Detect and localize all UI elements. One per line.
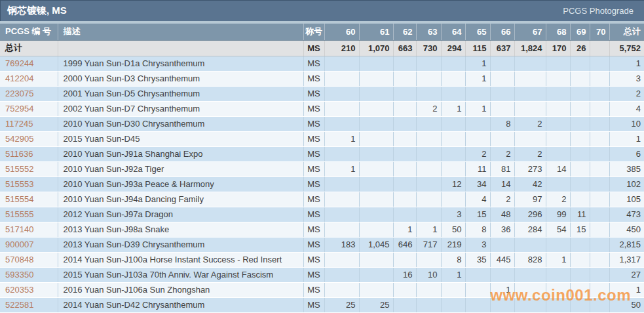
grade-64-count	[441, 131, 465, 146]
grade-66-count	[490, 237, 514, 252]
photograde-link[interactable]: PCGS Photograde	[563, 6, 634, 16]
grade-64-count	[441, 161, 465, 177]
pcgs-number-link[interactable]: 117245	[5, 119, 33, 129]
grade-67-count: 296	[514, 207, 546, 222]
pcgs-number-link[interactable]: 769244	[5, 58, 33, 68]
coin-description: 2015 Yuan Sun-J103a 70th Anniv. War Agai…	[58, 267, 303, 282]
grade-60-count	[324, 282, 359, 297]
pcgs-number-cell: 620353	[0, 282, 58, 297]
grade-61-count	[359, 267, 393, 282]
designation-cell: MS	[303, 222, 324, 237]
grade-68-count	[546, 177, 570, 192]
grade-70-count	[590, 282, 609, 297]
pcgs-number-cell: 900007	[0, 237, 58, 252]
designation-cell: MS	[303, 297, 324, 312]
row-total: 450	[609, 222, 644, 237]
coin-description: 2014 Yuan Sun-J100a Horse Instant Succes…	[58, 252, 303, 267]
col-header-grade-67: 67	[514, 24, 546, 40]
grade-62-count	[393, 131, 416, 146]
grade-67-count	[514, 71, 546, 86]
pcgs-number-link[interactable]: 412204	[5, 73, 33, 83]
grade-68-count	[546, 297, 570, 312]
grade-67-count: 828	[514, 252, 546, 267]
grade-61-count	[359, 192, 393, 207]
pcgs-number-link[interactable]: 593350	[5, 270, 33, 280]
pcgs-number-link[interactable]: 517140	[5, 224, 33, 234]
pcgs-number-cell: 223075	[0, 86, 58, 101]
grade-70-count	[590, 222, 609, 237]
pcgs-number-link[interactable]: 752954	[5, 104, 33, 114]
grade-64-count	[441, 192, 465, 207]
pcgs-number-link[interactable]: 515553	[5, 179, 33, 189]
row-total: 27	[609, 267, 644, 282]
table-row: 5155522010 Yuan Sun-J92a TigerMS11181273…	[0, 161, 644, 177]
grade-70-count	[590, 252, 609, 267]
grade-66-count: 81	[490, 161, 514, 177]
pcgs-number-link[interactable]: 522581	[5, 300, 33, 310]
col-header-description: 描述	[58, 24, 303, 40]
pcgs-number-cell: 517140	[0, 222, 58, 237]
grade-66-count	[490, 86, 514, 101]
grade-63-count: 717	[416, 237, 441, 252]
grade-70-count	[590, 237, 609, 252]
pcgs-number-link[interactable]: 515554	[5, 194, 33, 204]
grade-69-count	[570, 56, 590, 71]
col-header-grade-68: 68	[546, 24, 570, 40]
pcgs-number-link[interactable]: 620353	[5, 285, 33, 295]
grade-64-count: 12	[441, 177, 465, 192]
grade-62-count: 16	[393, 267, 416, 282]
grade-68-count	[546, 116, 570, 131]
grade-68-count: 1	[546, 252, 570, 267]
table-row: 5933502015 Yuan Sun-J103a 70th Anniv. Wa…	[0, 267, 644, 282]
col-header-grade-64: 64	[441, 24, 465, 40]
totals-grade-61-count: 1,070	[359, 40, 393, 56]
grade-68-count	[546, 146, 570, 161]
grade-69-count	[570, 161, 590, 177]
pcgs-number-link[interactable]: 515552	[5, 164, 33, 174]
page-title: 钢芯镀镍, MS	[7, 5, 67, 17]
row-total: 102	[609, 177, 644, 192]
coin-description: 2016 Yuan Sun-J106a Sun Zhongshan	[58, 282, 303, 297]
grade-68-count: 14	[546, 161, 570, 177]
grade-62-count	[393, 297, 416, 312]
coin-description: 2013 Yuan Sun-D39 Chrysanthemum	[58, 237, 303, 252]
totals-grade-67-count: 1,824	[514, 40, 546, 56]
grade-61-count	[359, 161, 393, 177]
grade-66-count	[490, 101, 514, 116]
pcgs-number-link[interactable]: 515555	[5, 209, 33, 219]
grade-60-count	[324, 71, 359, 86]
designation-cell: MS	[303, 71, 324, 86]
population-report-panel: 钢芯镀镍, MS PCGS Photograde PCGS 编 号 描述 称号 …	[0, 0, 644, 313]
col-header-total: 总计	[609, 24, 644, 40]
grade-62-count	[393, 161, 416, 177]
grade-61-count	[359, 207, 393, 222]
designation-cell: MS	[303, 146, 324, 161]
grade-70-count	[590, 131, 609, 146]
pcgs-number-link[interactable]: 570848	[5, 255, 33, 264]
pcgs-number-cell: 752954	[0, 101, 58, 116]
grade-65-count: 2	[465, 146, 490, 161]
grade-66-count: 2	[490, 192, 514, 207]
pcgs-number-link[interactable]: 900007	[5, 240, 33, 249]
grade-66-count: 8	[490, 116, 514, 131]
grade-63-count	[416, 207, 441, 222]
row-total: 4	[609, 101, 644, 116]
pcgs-number-link[interactable]: 223075	[5, 89, 33, 98]
grade-64-count	[441, 56, 465, 71]
grade-67-count	[514, 101, 546, 116]
grade-65-count: 34	[465, 177, 490, 192]
pcgs-number-cell: 522581	[0, 297, 58, 312]
pcgs-number-link[interactable]: 511636	[5, 149, 33, 159]
grade-60-count	[324, 146, 359, 161]
row-total: 385	[609, 161, 644, 177]
coin-description: 2015 Yuan Sun-D45	[58, 131, 303, 146]
grade-69-count	[570, 267, 590, 282]
row-total: 10	[609, 116, 644, 131]
grade-60-count	[324, 207, 359, 222]
pcgs-number-cell: 515554	[0, 192, 58, 207]
grade-63-count	[416, 282, 441, 297]
designation-cell: MS	[303, 282, 324, 297]
pcgs-number-link[interactable]: 542905	[5, 134, 33, 144]
grade-65-count: 11	[465, 161, 490, 177]
grade-67-count: 2	[514, 146, 546, 161]
